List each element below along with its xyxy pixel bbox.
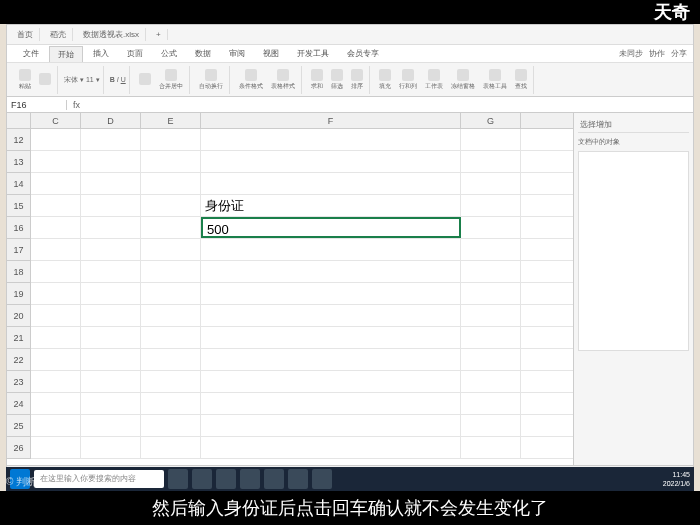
- cell-C13[interactable]: [31, 151, 81, 172]
- align-button[interactable]: [136, 72, 154, 87]
- sum-button[interactable]: 求和: [308, 68, 326, 92]
- cell-G17[interactable]: [461, 239, 521, 260]
- cell-F13[interactable]: [201, 151, 461, 172]
- cell-G15[interactable]: [461, 195, 521, 216]
- paste-button[interactable]: 粘贴: [16, 68, 34, 92]
- col-header-g[interactable]: G: [461, 113, 521, 128]
- col-header-c[interactable]: C: [31, 113, 81, 128]
- cell-D26[interactable]: [81, 437, 141, 458]
- cell-D17[interactable]: [81, 239, 141, 260]
- italic-button[interactable]: I: [117, 76, 119, 83]
- select-all-corner[interactable]: [7, 113, 31, 128]
- cell-C22[interactable]: [31, 349, 81, 370]
- cell-F17[interactable]: [201, 239, 461, 260]
- sort-button[interactable]: 排序: [348, 68, 366, 92]
- row-header-13[interactable]: 13: [7, 151, 30, 173]
- cell-C25[interactable]: [31, 415, 81, 436]
- taskbar-app-icon[interactable]: [264, 469, 284, 489]
- cell-F14[interactable]: [201, 173, 461, 194]
- wrap-button[interactable]: 自动换行: [196, 68, 226, 92]
- row-header-18[interactable]: 18: [7, 261, 30, 283]
- row-header-16[interactable]: 16: [7, 217, 30, 239]
- merge-button[interactable]: 合并居中: [156, 68, 186, 92]
- conditional-format-button[interactable]: 条件格式: [236, 68, 266, 92]
- cell-C19[interactable]: [31, 283, 81, 304]
- row-header-25[interactable]: 25: [7, 415, 30, 437]
- cell-D22[interactable]: [81, 349, 141, 370]
- cell-E24[interactable]: [141, 393, 201, 414]
- row-header-17[interactable]: 17: [7, 239, 30, 261]
- taskbar-app-icon[interactable]: [240, 469, 260, 489]
- freeze-button[interactable]: 冻结窗格: [448, 68, 478, 92]
- cell-G20[interactable]: [461, 305, 521, 326]
- app-tab[interactable]: 稻壳: [44, 28, 73, 41]
- row-col-button[interactable]: 行和列: [396, 68, 420, 92]
- worksheet-button[interactable]: 工作表: [422, 68, 446, 92]
- row-header-19[interactable]: 19: [7, 283, 30, 305]
- cell-D21[interactable]: [81, 327, 141, 348]
- cell-D18[interactable]: [81, 261, 141, 282]
- cell-F16[interactable]: 500: [201, 217, 461, 238]
- ribbon-tab-insert[interactable]: 插入: [85, 46, 117, 61]
- cell-E12[interactable]: [141, 129, 201, 150]
- row-header-23[interactable]: 23: [7, 371, 30, 393]
- cell-E26[interactable]: [141, 437, 201, 458]
- cell-E18[interactable]: [141, 261, 201, 282]
- cell-E20[interactable]: [141, 305, 201, 326]
- taskbar-app-icon[interactable]: [312, 469, 332, 489]
- cell-G14[interactable]: [461, 173, 521, 194]
- cell-G23[interactable]: [461, 371, 521, 392]
- find-button[interactable]: 查找: [512, 68, 530, 92]
- cell-G12[interactable]: [461, 129, 521, 150]
- row-header-14[interactable]: 14: [7, 173, 30, 195]
- row-header-24[interactable]: 24: [7, 393, 30, 415]
- cell-F26[interactable]: [201, 437, 461, 458]
- bold-button[interactable]: B: [110, 76, 115, 83]
- col-header-e[interactable]: E: [141, 113, 201, 128]
- cell-E16[interactable]: [141, 217, 201, 238]
- ribbon-tab-data[interactable]: 数据: [187, 46, 219, 61]
- taskbar-search[interactable]: 在这里输入你要搜索的内容: [34, 470, 164, 488]
- cell-G16[interactable]: [461, 217, 521, 238]
- cell-G24[interactable]: [461, 393, 521, 414]
- col-header-d[interactable]: D: [81, 113, 141, 128]
- cell-G19[interactable]: [461, 283, 521, 304]
- cells-container[interactable]: 身份证500: [31, 129, 573, 459]
- cell-G13[interactable]: [461, 151, 521, 172]
- cell-G22[interactable]: [461, 349, 521, 370]
- cell-F22[interactable]: [201, 349, 461, 370]
- cell-G26[interactable]: [461, 437, 521, 458]
- cell-F15[interactable]: 身份证: [201, 195, 461, 216]
- cell-E22[interactable]: [141, 349, 201, 370]
- name-box[interactable]: F16: [7, 100, 67, 110]
- cell-E23[interactable]: [141, 371, 201, 392]
- taskbar-app-icon[interactable]: [168, 469, 188, 489]
- collab-button[interactable]: 协作: [649, 48, 665, 59]
- cell-C15[interactable]: [31, 195, 81, 216]
- cell-F19[interactable]: [201, 283, 461, 304]
- cell-F24[interactable]: [201, 393, 461, 414]
- cell-E19[interactable]: [141, 283, 201, 304]
- ribbon-tab-file[interactable]: 文件: [15, 46, 47, 61]
- cell-D19[interactable]: [81, 283, 141, 304]
- cell-D13[interactable]: [81, 151, 141, 172]
- sync-status[interactable]: 未同步: [619, 48, 643, 59]
- taskbar-app-icon[interactable]: [216, 469, 236, 489]
- cell-E21[interactable]: [141, 327, 201, 348]
- taskbar-clock[interactable]: 11:452022/1/6: [663, 470, 690, 488]
- taskbar-app-icon[interactable]: [192, 469, 212, 489]
- cell-C12[interactable]: [31, 129, 81, 150]
- cell-F21[interactable]: [201, 327, 461, 348]
- cell-C24[interactable]: [31, 393, 81, 414]
- cell-E25[interactable]: [141, 415, 201, 436]
- ribbon-tab-home[interactable]: 开始: [49, 46, 83, 62]
- cell-style-button[interactable]: 表格样式: [268, 68, 298, 92]
- cell-D24[interactable]: [81, 393, 141, 414]
- cell-E13[interactable]: [141, 151, 201, 172]
- cell-C14[interactable]: [31, 173, 81, 194]
- font-select[interactable]: 宋体 ▾ 11 ▾: [64, 75, 100, 85]
- ribbon-tab-view[interactable]: 视图: [255, 46, 287, 61]
- cell-D25[interactable]: [81, 415, 141, 436]
- table-tools-button[interactable]: 表格工具: [480, 68, 510, 92]
- cell-C16[interactable]: [31, 217, 81, 238]
